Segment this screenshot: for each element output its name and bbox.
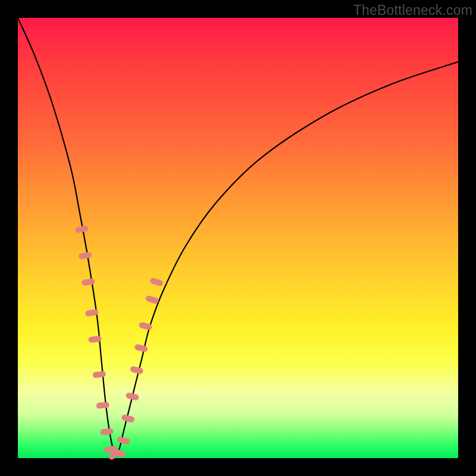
curve-marker [92,371,106,378]
curve-marker [82,278,95,286]
curve-marker [149,277,164,287]
plot-area [18,18,458,458]
curve-svg [18,18,458,458]
curve-marker [130,365,144,374]
curve-marker [75,225,89,233]
curve-marker [145,295,159,305]
curve-marker [126,392,140,401]
bottleneck-curve [18,18,458,455]
curve-marker [100,428,114,435]
curve-marker [134,343,148,352]
watermark-text: TheBottleneck.com [353,2,472,18]
chart-frame: TheBottleneck.com [0,0,476,476]
curve-marker [96,402,109,409]
curve-marker [79,252,92,259]
curve-marker [117,436,131,445]
